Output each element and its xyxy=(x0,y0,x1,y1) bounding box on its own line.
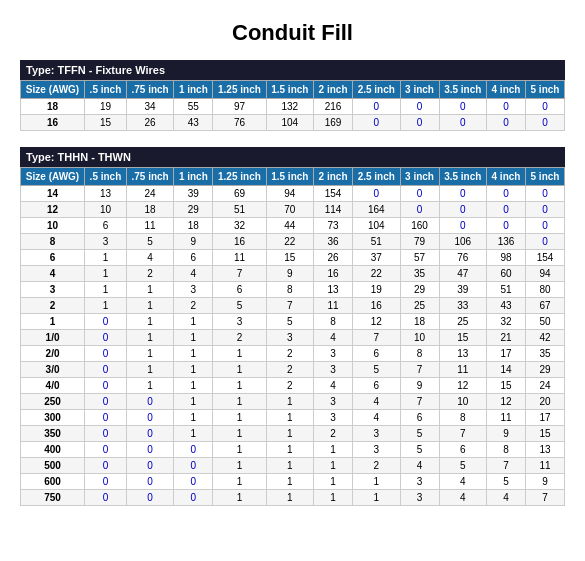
page-title: Conduit Fill xyxy=(20,20,565,46)
table-cell: 16 xyxy=(314,266,353,282)
table-cell: 18 xyxy=(126,202,174,218)
table-cell: 600 xyxy=(21,474,85,490)
column-header: 5 inch xyxy=(525,168,564,186)
table-cell: 1 xyxy=(213,394,266,410)
table-cell: 8 xyxy=(314,314,353,330)
table-row: 10113581218253250 xyxy=(21,314,565,330)
table-cell: 2/0 xyxy=(21,346,85,362)
table-cell: 22 xyxy=(353,266,401,282)
table-cell: 3 xyxy=(400,474,439,490)
table-cell: 0 xyxy=(525,218,564,234)
table-cell: 2 xyxy=(266,378,314,394)
table-cell: 17 xyxy=(525,410,564,426)
table-cell: 73 xyxy=(314,218,353,234)
table-cell: 18 xyxy=(400,314,439,330)
table-cell: 39 xyxy=(439,282,487,298)
table-cell: 1 xyxy=(85,266,127,282)
table-cell: 4 xyxy=(487,490,526,506)
table-cell: 0 xyxy=(85,410,127,426)
table-cell: 0 xyxy=(525,234,564,250)
table-cell: 1/0 xyxy=(21,330,85,346)
table-row: 161526437610416900000 xyxy=(21,115,565,131)
table-cell: 0 xyxy=(400,115,439,131)
table-cell: 1 xyxy=(266,394,314,410)
table-cell: 0 xyxy=(174,458,213,474)
table-cell: 16 xyxy=(21,115,85,131)
table-cell: 1 xyxy=(213,490,266,506)
table-cell: 106 xyxy=(439,234,487,250)
table-cell: 19 xyxy=(85,99,127,115)
table-cell: 160 xyxy=(400,218,439,234)
table-cell: 4/0 xyxy=(21,378,85,394)
table-row: 3000011134681117 xyxy=(21,410,565,426)
table-cell: 35 xyxy=(400,266,439,282)
table-cell: 15 xyxy=(525,426,564,442)
table-cell: 1 xyxy=(314,490,353,506)
table-cell: 3 xyxy=(174,282,213,298)
table-cell: 16 xyxy=(353,298,401,314)
table-row: 25000111347101220 xyxy=(21,394,565,410)
table-cell: 169 xyxy=(314,115,353,131)
table-cell: 11 xyxy=(314,298,353,314)
table-cell: 136 xyxy=(487,234,526,250)
table-cell: 4 xyxy=(400,458,439,474)
table-cell: 12 xyxy=(439,378,487,394)
table-cell: 16 xyxy=(213,234,266,250)
table-cell: 5 xyxy=(353,362,401,378)
table-cell: 76 xyxy=(213,115,266,131)
table-cell: 76 xyxy=(439,250,487,266)
table-cell: 0 xyxy=(126,394,174,410)
table-cell: 1 xyxy=(213,410,266,426)
table-cell: 67 xyxy=(525,298,564,314)
table-cell: 94 xyxy=(266,186,314,202)
table-cell: 154 xyxy=(525,250,564,266)
table-cell: 0 xyxy=(353,186,401,202)
table-cell: 0 xyxy=(439,186,487,202)
table-cell: 6 xyxy=(174,250,213,266)
table-row: 75000011113447 xyxy=(21,490,565,506)
table-cell: 0 xyxy=(353,99,401,115)
table-cell: 19 xyxy=(353,282,401,298)
table-cell: 11 xyxy=(213,250,266,266)
table-cell: 250 xyxy=(21,394,85,410)
table-cell: 32 xyxy=(213,218,266,234)
table-cell: 6 xyxy=(213,282,266,298)
table-row: 311368131929395180 xyxy=(21,282,565,298)
table-cell: 1 xyxy=(126,282,174,298)
table-cell: 8 xyxy=(21,234,85,250)
table-cell: 0 xyxy=(400,202,439,218)
table-cell: 13 xyxy=(525,442,564,458)
thhn-header: Type: THHN - THWN xyxy=(20,147,565,167)
table-cell: 29 xyxy=(400,282,439,298)
table-cell: 12 xyxy=(353,314,401,330)
table-cell: 6 xyxy=(21,250,85,266)
table-cell: 11 xyxy=(525,458,564,474)
table-cell: 4 xyxy=(353,410,401,426)
table-cell: 13 xyxy=(314,282,353,298)
table-cell: 11 xyxy=(439,362,487,378)
table-cell: 1 xyxy=(314,474,353,490)
table-cell: 8 xyxy=(487,442,526,458)
table-row: 2/001112368131735 xyxy=(21,346,565,362)
table-row: 400000111356813 xyxy=(21,442,565,458)
table-cell: 60 xyxy=(487,266,526,282)
table-cell: 22 xyxy=(266,234,314,250)
table-cell: 0 xyxy=(439,99,487,115)
table-cell: 15 xyxy=(85,115,127,131)
table-cell: 13 xyxy=(439,346,487,362)
table-cell: 51 xyxy=(487,282,526,298)
table-cell: 3 xyxy=(314,410,353,426)
table-cell: 8 xyxy=(400,346,439,362)
table-cell: 1 xyxy=(213,378,266,394)
table-cell: 1 xyxy=(126,378,174,394)
table-cell: 43 xyxy=(174,115,213,131)
table-cell: 6 xyxy=(439,442,487,458)
table-cell: 0 xyxy=(487,186,526,202)
table-cell: 94 xyxy=(525,266,564,282)
table-cell: 8 xyxy=(266,282,314,298)
table-cell: 3 xyxy=(314,346,353,362)
table-cell: 164 xyxy=(353,202,401,218)
table-cell: 7 xyxy=(400,362,439,378)
table-cell: 1 xyxy=(174,330,213,346)
table-cell: 7 xyxy=(266,298,314,314)
